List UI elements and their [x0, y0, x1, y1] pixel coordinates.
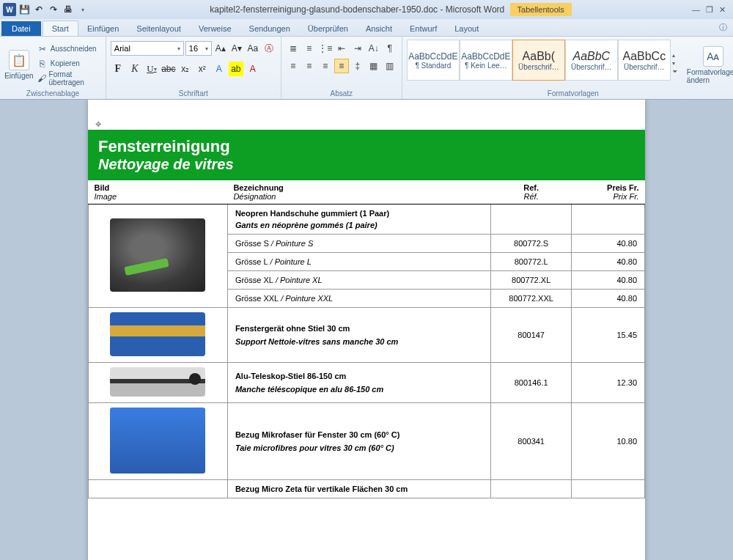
save-icon[interactable]: 💾 [18, 3, 31, 16]
change-styles-icon: Aᴀ [703, 46, 723, 67]
style-heading3[interactable]: AaBbCcÜberschrif… [618, 40, 671, 81]
justify-button[interactable]: ≡ [334, 59, 349, 73]
tab-view[interactable]: Ansicht [357, 21, 401, 36]
shrink-font-button[interactable]: A▾ [229, 41, 244, 56]
show-marks-button[interactable]: ¶ [383, 41, 397, 56]
table-row: Neopren Handschuhe gummiert (1 Paar)Gant… [89, 205, 645, 235]
product-image [110, 367, 205, 397]
align-center-button[interactable]: ≡ [302, 59, 317, 73]
catalog-table: BildImage BezeichnungDésignation Ref.Réf… [88, 180, 645, 498]
font-color-button[interactable]: A [246, 62, 260, 76]
undo-icon[interactable]: ↶ [32, 3, 45, 16]
group-font: Arial▾ 16▾ A▴ A▾ Aa Ⓐ F K U▾ abc x₂ x² A… [106, 37, 281, 99]
font-label: Schriftart [111, 89, 276, 99]
shading-button[interactable]: ▦ [366, 59, 381, 73]
styles-down-icon[interactable]: ▾ [672, 60, 682, 67]
font-name-select[interactable]: Arial▾ [111, 41, 184, 56]
change-styles-button[interactable]: Aᴀ Formatvorlagen ändern [687, 38, 733, 89]
indent-inc-button[interactable]: ⇥ [350, 41, 365, 56]
window-controls: — ❐ ✕ [692, 5, 730, 15]
scissors-icon: ✂ [37, 43, 48, 55]
minimize-icon[interactable]: — [692, 5, 700, 15]
document-area[interactable]: ✥ Fensterreinigung Nettoyage de vitres B… [0, 100, 733, 560]
format-painter-button[interactable]: 🖌Format übertragen [37, 72, 101, 85]
font-size-select[interactable]: 16▾ [185, 41, 212, 56]
grow-font-button[interactable]: A▴ [213, 41, 228, 56]
print-icon[interactable]: 🖶 [62, 3, 75, 16]
titlebar: W 💾 ↶ ↷ 🖶 ▾ kapitel2-fensterreinigung-gl… [0, 0, 733, 19]
table-header-row: BildImage BezeichnungDésignation Ref.Réf… [89, 180, 645, 205]
cut-button[interactable]: ✂Ausschneiden [37, 43, 101, 56]
clear-format-button[interactable]: Ⓐ [262, 41, 276, 56]
title-de: Fensterreinigung [98, 137, 635, 156]
close-icon[interactable]: ✕ [719, 5, 726, 15]
group-clipboard: 📋 Einfügen ✂Ausschneiden ⎘Kopieren 🖌Form… [0, 37, 106, 99]
copy-icon: ⎘ [37, 58, 48, 70]
italic-button[interactable]: K [128, 62, 142, 76]
strike-button[interactable]: abc [161, 62, 176, 76]
styles-more-icon[interactable]: ⏷ [672, 68, 682, 75]
multilevel-button[interactable]: ⋮≡ [318, 41, 333, 56]
styles-label: Formatvorlagen [407, 89, 733, 99]
align-left-button[interactable]: ≡ [286, 59, 301, 73]
window-title: kapitel2-fensterreinigung-glasund-bodens… [89, 3, 692, 16]
product-image [110, 408, 205, 474]
qat-more-icon[interactable]: ▾ [76, 3, 89, 16]
copy-button[interactable]: ⎘Kopieren [37, 57, 101, 70]
subscript-button[interactable]: x₂ [178, 62, 193, 76]
word-icon: W [3, 3, 16, 16]
ribbon-tabs: Datei Start Einfügen Seitenlayout Verwei… [0, 19, 733, 37]
table-row: Alu-Teleskop-Stiel 86-150 cmManche télés… [89, 363, 645, 403]
styles-up-icon[interactable]: ▴ [672, 52, 682, 59]
style-heading1[interactable]: AaBb(Überschrif… [512, 40, 565, 81]
product-image [110, 312, 205, 356]
text-effects-button[interactable]: A [212, 62, 226, 76]
bold-button[interactable]: F [111, 62, 125, 76]
ribbon: 📋 Einfügen ✂Ausschneiden ⎘Kopieren 🖌Form… [0, 37, 733, 100]
tab-design[interactable]: Entwurf [401, 21, 446, 36]
table-anchor-icon[interactable]: ✥ [95, 120, 645, 128]
borders-button[interactable]: ▥ [383, 59, 397, 73]
style-heading2[interactable]: AaBbCÜberschrif… [565, 40, 618, 81]
product-image [110, 218, 205, 292]
sort-button[interactable]: A↓ [366, 41, 381, 56]
tabletools-context-tab: Tabellentools [510, 3, 572, 16]
tab-review[interactable]: Überprüfen [299, 21, 357, 36]
table-row: Bezug Mikrofaser für Fenster 30 cm (60° … [89, 403, 645, 480]
redo-icon[interactable]: ↷ [47, 3, 60, 16]
superscript-button[interactable]: x² [195, 62, 210, 76]
numbering-button[interactable]: ≡ [302, 41, 317, 56]
paste-icon: 📋 [9, 50, 29, 70]
tab-file[interactable]: Datei [1, 21, 41, 36]
restore-icon[interactable]: ❐ [706, 5, 713, 15]
tab-mailings[interactable]: Sendungen [240, 21, 299, 36]
align-right-button[interactable]: ≡ [318, 59, 333, 73]
tab-start[interactable]: Start [43, 21, 78, 36]
clipboard-label: Zwischenablage [4, 89, 101, 99]
title-fr: Nettoyage de vitres [98, 156, 635, 173]
tab-insert[interactable]: Einfügen [78, 21, 128, 36]
style-keinlee[interactable]: AaBbCcDdE¶ Kein Lee… [460, 40, 512, 81]
tab-layout[interactable]: Layout [446, 21, 487, 36]
line-spacing-button[interactable]: ‡ [350, 59, 365, 73]
brush-icon: 🖌 [37, 73, 47, 84]
highlight-button[interactable]: ab [229, 62, 243, 76]
group-styles: AaBbCcDdE¶ Standard AaBbCcDdE¶ Kein Lee…… [402, 37, 733, 99]
bullets-button[interactable]: ≣ [286, 41, 301, 56]
doc-header: Fensterreinigung Nettoyage de vitres [88, 130, 645, 180]
page: ✥ Fensterreinigung Nettoyage de vitres B… [88, 100, 645, 560]
paste-button[interactable]: 📋 Einfügen [4, 38, 34, 89]
table-row: Bezug Micro Zeta für vertikale Flächen 3… [89, 480, 645, 498]
tab-pagelayout[interactable]: Seitenlayout [128, 21, 190, 36]
change-case-button[interactable]: Aa [246, 41, 260, 56]
table-row: Fenstergerät ohne Stiel 30 cmSupport Net… [89, 308, 645, 363]
indent-dec-button[interactable]: ⇤ [334, 41, 349, 56]
quick-access-toolbar: W 💾 ↶ ↷ 🖶 ▾ [3, 3, 89, 16]
underline-button[interactable]: U▾ [144, 62, 159, 76]
paragraph-label: Absatz [286, 89, 397, 99]
style-standard[interactable]: AaBbCcDdE¶ Standard [407, 40, 460, 81]
tab-references[interactable]: Verweise [190, 21, 240, 36]
ribbon-minimize-icon[interactable]: ⓘ [713, 19, 733, 36]
group-paragraph: ≣ ≡ ⋮≡ ⇤ ⇥ A↓ ¶ ≡ ≡ ≡ ≡ ‡ ▦ ▥ Absatz [281, 37, 402, 99]
